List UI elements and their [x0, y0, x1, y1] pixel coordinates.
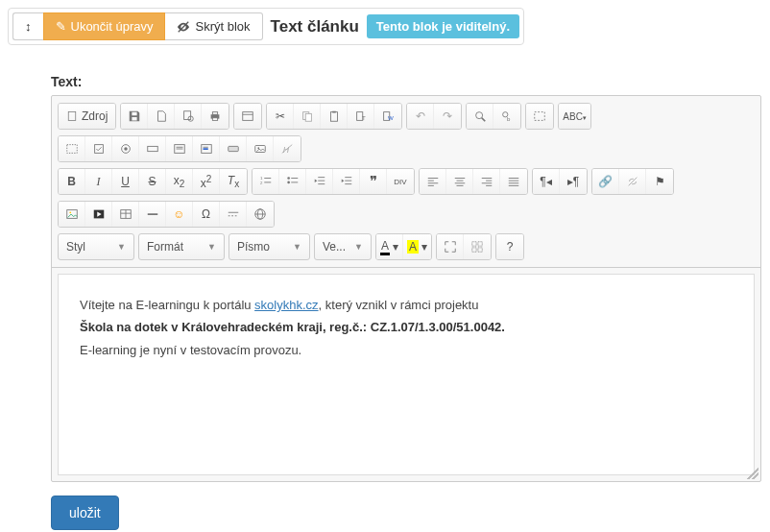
textfield-button[interactable] — [139, 136, 166, 161]
spellcheck-button[interactable]: ABC▾ — [559, 104, 590, 129]
paste-button[interactable] — [321, 104, 348, 129]
bgcolor-icon: A — [407, 240, 419, 254]
align-left-button[interactable] — [420, 169, 446, 194]
submit-button[interactable]: uložit — [51, 496, 119, 530]
subscript-button[interactable]: x2 — [166, 169, 193, 194]
indent-button[interactable] — [333, 169, 360, 194]
svg-rect-21 — [535, 112, 545, 121]
select-button[interactable] — [193, 136, 220, 161]
button-button[interactable] — [220, 136, 247, 161]
iframe-button[interactable] — [247, 202, 274, 227]
strike-button[interactable]: S — [139, 169, 166, 194]
select-all-button[interactable] — [526, 104, 553, 129]
content-link[interactable]: skolykhk.cz — [254, 298, 318, 312]
svg-rect-82 — [478, 242, 482, 246]
page-icon — [155, 109, 168, 123]
replace-button[interactable]: b — [493, 104, 520, 129]
paste-word-button[interactable]: W — [374, 104, 401, 129]
font-dropdown[interactable]: Písmo▼ — [229, 233, 310, 260]
editor-body[interactable]: Vítejte na E-learningu k portálu skolykh… — [58, 274, 755, 475]
textarea-icon — [173, 142, 186, 156]
reorder-button[interactable]: ↕ — [12, 12, 43, 40]
preview-button[interactable] — [175, 104, 202, 129]
anchor-button[interactable]: ⚑ — [646, 169, 673, 194]
cut-button[interactable]: ✂ — [267, 104, 294, 129]
source-button[interactable]: Zdroj — [59, 104, 115, 129]
hide-block-button[interactable]: Skrýt blok — [165, 12, 262, 40]
document-icon — [66, 110, 78, 122]
textfield-icon — [146, 142, 159, 156]
caret-icon: ▾ — [393, 240, 398, 254]
redo-button[interactable]: ↷ — [434, 104, 461, 129]
svg-rect-6 — [213, 118, 218, 121]
editor-toolbar: Zdroj ✂ T W — [52, 96, 760, 268]
resize-handle[interactable] — [747, 468, 758, 479]
flash-button[interactable] — [85, 202, 112, 227]
paste-word-icon: W — [381, 109, 395, 123]
form-button[interactable] — [59, 136, 85, 161]
textarea-button[interactable] — [166, 136, 193, 161]
unlink-button[interactable] — [619, 169, 646, 194]
rich-text-editor: Zdroj ✂ T W — [51, 95, 761, 482]
align-right-button[interactable] — [473, 169, 500, 194]
align-center-button[interactable] — [446, 169, 473, 194]
style-dropdown[interactable]: Styl▼ — [58, 233, 134, 260]
svg-rect-7 — [243, 112, 253, 121]
hiddenfield-button[interactable]: H — [274, 136, 301, 161]
about-button[interactable]: ? — [496, 234, 523, 259]
print-button[interactable] — [202, 104, 229, 129]
specialchar-button[interactable]: Ω — [193, 202, 220, 227]
svg-rect-83 — [472, 248, 476, 252]
ul-icon — [286, 175, 300, 188]
smiley-button[interactable]: ☺ — [166, 202, 193, 227]
content-area: Text: Zdroj ✂ — [51, 74, 761, 530]
show-blocks-button[interactable] — [464, 234, 491, 259]
save-button[interactable] — [121, 104, 148, 129]
blockquote-button[interactable]: ❞ — [360, 169, 387, 194]
svg-rect-81 — [472, 242, 476, 246]
numbered-list-button[interactable]: 12 — [253, 169, 279, 194]
copy-button[interactable] — [294, 104, 321, 129]
div-button[interactable]: DIV — [387, 169, 414, 194]
flag-icon: ⚑ — [655, 175, 665, 188]
radio-button[interactable] — [112, 136, 139, 161]
italic-button[interactable]: I — [85, 169, 112, 194]
checkbox-button[interactable] — [85, 136, 112, 161]
link-button[interactable]: 🔗 — [592, 169, 619, 194]
imagebutton-button[interactable] — [247, 136, 274, 161]
remove-format-icon: Tx — [228, 174, 239, 189]
svg-rect-33 — [228, 146, 238, 151]
align-justify-icon — [507, 175, 520, 188]
image-button[interactable] — [59, 202, 85, 227]
format-dropdown[interactable]: Formát▼ — [138, 233, 225, 260]
align-left-icon — [426, 175, 440, 188]
superscript-button[interactable]: x2 — [193, 169, 220, 194]
find-button[interactable] — [467, 104, 493, 129]
remove-format-button[interactable]: Tx — [220, 169, 247, 194]
size-dropdown[interactable]: Ve...▼ — [314, 233, 372, 260]
pagebreak-button[interactable] — [220, 202, 247, 227]
svg-text:W: W — [388, 114, 394, 121]
templates-button[interactable] — [234, 104, 261, 129]
underline-button[interactable]: U — [112, 169, 139, 194]
maximize-button[interactable] — [437, 234, 464, 259]
table-button[interactable] — [112, 202, 139, 227]
align-right-icon — [480, 175, 493, 188]
outdent-button[interactable] — [306, 169, 333, 194]
finish-edits-button[interactable]: ✎ Ukončit úpravy — [43, 12, 166, 40]
new-page-button[interactable] — [148, 104, 175, 129]
pencil-icon: ✎ — [56, 19, 66, 34]
table-icon — [119, 207, 132, 221]
bg-color-button[interactable]: A▾ — [403, 234, 431, 259]
text-color-button[interactable]: A▾ — [376, 234, 403, 259]
ltr-button[interactable]: ¶◂ — [533, 169, 560, 194]
rtl-button[interactable]: ▸¶ — [560, 169, 587, 194]
bullet-list-button[interactable] — [279, 169, 306, 194]
section-label: Text: — [51, 74, 761, 89]
align-justify-button[interactable] — [500, 169, 527, 194]
hr-button[interactable] — [139, 202, 166, 227]
undo-button[interactable]: ↶ — [407, 104, 434, 129]
paste-text-button[interactable]: T — [348, 104, 374, 129]
bold-button[interactable]: B — [59, 169, 85, 194]
svg-rect-12 — [332, 111, 336, 113]
